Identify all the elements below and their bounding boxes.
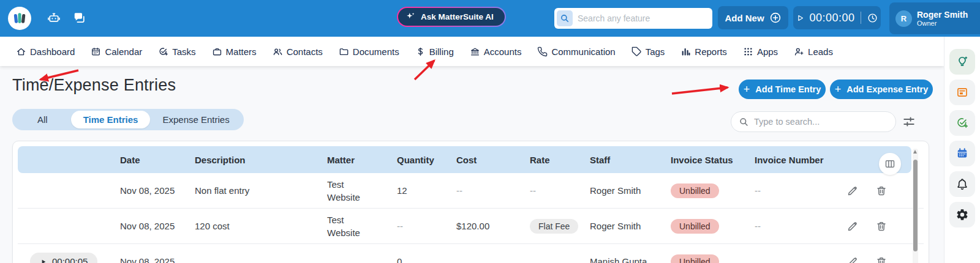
add-time-entry-label: Add Time Entry	[755, 84, 821, 94]
settings-button[interactable]	[949, 202, 975, 228]
cell-quantity: 0	[397, 256, 456, 263]
app: Ask MatterSuite AI Add New 00:00:00	[0, 0, 980, 263]
cell-invoice-number: --	[755, 185, 845, 196]
entry-type-tabs: All Time Entries Expense Entries	[12, 109, 244, 130]
cell-description: Non flat entry	[195, 185, 327, 196]
invoice-status-badge: Unbilled	[671, 254, 719, 263]
scrollbar-thumb[interactable]	[913, 160, 918, 251]
scroll-up-icon[interactable]	[913, 150, 917, 154]
nav-label: Contacts	[287, 46, 323, 57]
plus-icon: +	[744, 84, 750, 95]
chat-icon[interactable]	[72, 11, 87, 26]
notifications-button[interactable]	[949, 171, 975, 197]
cell-invoice-number: --	[755, 221, 845, 231]
filter-icon[interactable]	[902, 115, 916, 128]
header-staff: Staff	[590, 155, 671, 165]
add-time-entry-button[interactable]: + Add Time Entry	[739, 80, 826, 99]
sidebar-calendar-button[interactable]	[949, 141, 975, 166]
edit-icon[interactable]	[846, 185, 859, 197]
nav-item-contacts[interactable]: Contacts	[273, 46, 323, 57]
global-timer[interactable]: 00:00:00	[793, 6, 881, 29]
timer-divider	[861, 12, 861, 24]
feature-search[interactable]	[554, 8, 712, 29]
cell-quantity: --	[397, 221, 456, 231]
user-profile[interactable]: R Roger Smith Owner	[889, 2, 980, 34]
cell-matter: Test Website	[327, 213, 365, 239]
nav-item-billing[interactable]: Billing	[415, 46, 454, 57]
columns-icon	[884, 158, 896, 170]
rate-badge: Flat Fee	[530, 219, 578, 234]
table-search[interactable]	[731, 111, 896, 132]
table-header: Date Description Matter Quantity Cost Ra…	[18, 146, 911, 173]
nav-item-calendar[interactable]: Calendar	[91, 46, 142, 57]
content: Time/Expense Entries + Add Time Entry + …	[0, 66, 944, 263]
add-expense-entry-button[interactable]: + Add Expense Entry	[830, 80, 933, 99]
add-task-icon	[956, 116, 969, 130]
sparkle-icon	[405, 11, 416, 23]
nav-item-documents[interactable]: Documents	[339, 46, 399, 57]
cell-cost: $120.00	[456, 221, 530, 231]
bank-icon	[470, 46, 480, 57]
phone-icon	[537, 46, 548, 57]
header-invoice-number: Invoice Number	[755, 155, 845, 165]
calendar-icon	[956, 147, 969, 160]
cell-staff: Roger Smith	[590, 185, 671, 196]
nav-item-tasks[interactable]: Tasks	[158, 46, 195, 57]
nav-label: Apps	[757, 46, 778, 57]
main-nav: Dashboard Calendar Tasks Matters Contact…	[0, 37, 944, 66]
plus-circle-icon	[769, 12, 782, 24]
logo-mark	[10, 9, 29, 28]
nav-item-apps[interactable]: Apps	[743, 46, 778, 57]
delete-icon[interactable]	[875, 256, 888, 263]
delete-icon[interactable]	[875, 185, 888, 197]
nav-label: Accounts	[484, 46, 522, 57]
robot-assistant-icon[interactable]	[47, 11, 61, 26]
nav-item-matters[interactable]: Matters	[212, 46, 257, 57]
tag-icon	[631, 46, 642, 57]
ask-ai-button[interactable]: Ask MatterSuite AI	[397, 7, 506, 27]
nav-item-reports[interactable]: Reports	[680, 46, 727, 57]
home-icon	[16, 46, 26, 57]
nav-item-leads[interactable]: Leads	[794, 46, 833, 57]
nav-item-accounts[interactable]: Accounts	[470, 46, 522, 57]
table-scrollbar[interactable]	[913, 149, 918, 263]
nav-item-tags[interactable]: Tags	[631, 46, 665, 57]
bar-chart-icon	[680, 46, 691, 57]
mattersuite-logo[interactable]	[8, 7, 31, 30]
notes-button[interactable]	[949, 80, 975, 105]
row-timer-button[interactable]: 00:00:05	[30, 253, 97, 263]
header-rate: Rate	[530, 155, 590, 165]
nav-label: Leads	[808, 46, 833, 57]
cell-date: Nov 08, 2025	[120, 221, 195, 231]
nav-label: Tags	[646, 46, 665, 57]
cell-staff: Manish Gupta	[590, 256, 671, 263]
header-invoice-status: Invoice Status	[671, 155, 755, 165]
edit-icon[interactable]	[846, 256, 859, 263]
tab-time-entries[interactable]: Time Entries	[71, 111, 151, 128]
feature-search-input[interactable]	[578, 13, 710, 23]
briefcase-icon	[212, 46, 222, 57]
ai-insights-button[interactable]	[949, 49, 975, 75]
tab-expense-entries[interactable]: Expense Entries	[150, 111, 241, 128]
plus-icon: +	[835, 84, 842, 95]
tab-all[interactable]: All	[14, 111, 71, 128]
nav-label: Communication	[551, 46, 615, 57]
cell-description: 120 cost	[195, 221, 327, 231]
add-new-button[interactable]: Add New	[718, 6, 788, 29]
delete-icon[interactable]	[875, 220, 888, 232]
folder-icon	[339, 46, 349, 57]
cell-matter: Test Website	[327, 178, 365, 204]
person-add-icon	[794, 46, 804, 57]
header-quantity: Quantity	[397, 155, 456, 165]
bell-icon	[956, 177, 969, 191]
add-task-button[interactable]	[949, 110, 975, 136]
nav-item-dashboard[interactable]: Dashboard	[16, 46, 75, 57]
edit-icon[interactable]	[846, 220, 859, 232]
play-icon	[40, 258, 47, 263]
column-settings-button[interactable]	[879, 153, 901, 175]
calendar-icon	[91, 46, 101, 57]
table-search-input[interactable]	[754, 117, 888, 127]
clock-icon	[867, 12, 878, 24]
header-description: Description	[195, 155, 327, 165]
nav-item-communication[interactable]: Communication	[537, 46, 615, 57]
